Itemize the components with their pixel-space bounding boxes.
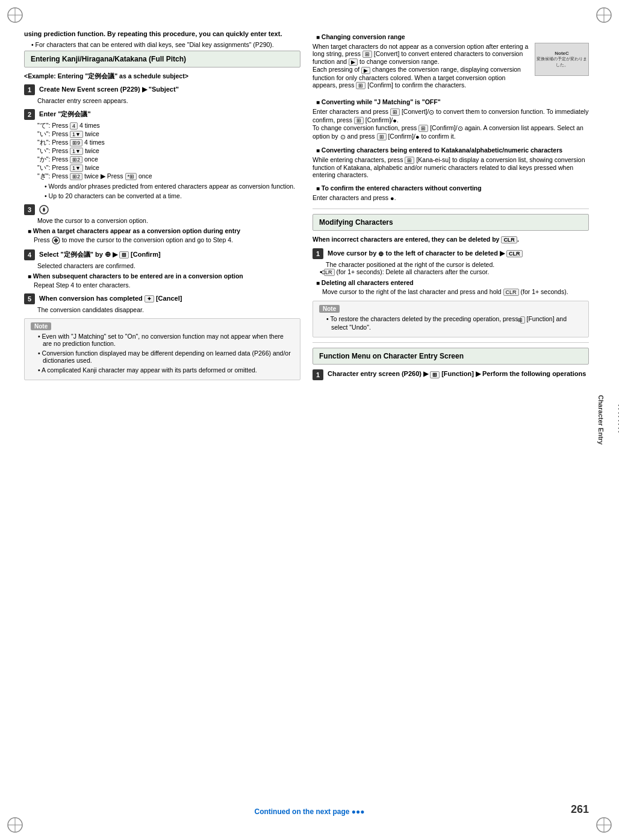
- intro-bold-text: using prediction function. By repeating …: [24, 30, 300, 37]
- left-note-2: • Conversion function displayed may be d…: [38, 349, 294, 364]
- step-4: 4 Select "定例会議" by ⊕ ▶ ⊞ [Confirm] Selec…: [24, 249, 300, 289]
- step-2-bullets: • Words and/or phrases predicted from en…: [37, 183, 300, 199]
- continued-text: Continued on the next page ●●●: [254, 807, 364, 816]
- sidebar-char-entry-label: Character Entry: [597, 395, 605, 445]
- entry-i3: "い": Press 1▼ twice: [37, 164, 300, 172]
- step2-bullet1: • Words and/or phrases predicted from en…: [45, 183, 300, 190]
- katakana-heading: Converting characters being entered to K…: [316, 146, 589, 154]
- modifying-title: Modifying Characters: [319, 218, 393, 227]
- left-column: using prediction function. By repeating …: [24, 30, 300, 385]
- confirm-body: Enter characters and press ●.: [313, 194, 589, 202]
- function-menu-section-box: Function Menu on Character Entry Screen: [313, 348, 589, 365]
- changing-conversion-block: Changing conversion range NoteC 変換候補の予定が…: [313, 33, 589, 89]
- step-1-body: Character entry screen appears.: [37, 97, 300, 104]
- step-5-num: 5: [24, 293, 35, 304]
- modifying-section-box: Modifying Characters: [313, 214, 589, 231]
- phone-screenshot: NoteC 変換候補の予定が変わりました。: [535, 43, 589, 76]
- sidebar-xxxx-label: XXXX: [617, 405, 619, 436]
- left-note-label: Note: [31, 322, 51, 330]
- step-3-sub-body: Press to move the cursor to the conversi…: [34, 236, 300, 245]
- entry-i2: "い": Press 1▼ twice: [37, 147, 300, 155]
- left-bullet-1: • For characters that can be entered wit…: [31, 41, 300, 48]
- j-matching-heading: Converting while "J Matching" is "OFF": [316, 98, 589, 105]
- deleting-all-heading: Deleting all characters entered: [316, 279, 589, 286]
- divider-2: [313, 342, 589, 343]
- entry-te: "て": Press 4 4 times: [37, 122, 300, 130]
- changing-conversion-body: NoteC 変換候補の予定が変わりました。 When target charac…: [313, 43, 589, 89]
- left-note-box: Note • Even with "J Matching" set to "On…: [24, 318, 300, 380]
- step-2-entries: "て": Press 4 4 times "い": Press 1▼ twice…: [37, 122, 300, 181]
- function-menu-step-1-num: 1: [313, 369, 323, 380]
- step-3-num: 3: [24, 204, 35, 215]
- modifying-step-1-num: 1: [313, 248, 323, 259]
- svg-marker-14: [54, 238, 58, 243]
- corner-mark-br: [595, 816, 613, 834]
- corner-mark-bl: [6, 816, 24, 834]
- deleting-all-body: Move cursor to the right of the last cha…: [322, 288, 589, 296]
- modifying-step-1-bullet: • CLR (for 1+ seconds): Delete all chara…: [320, 268, 589, 276]
- step-3-body: Move the cursor to a conversion option.: [37, 217, 300, 224]
- confirm-heading: To confirm the entered characters withou…: [316, 184, 589, 192]
- step-2: 2 Enter "定例会議" "て": Press 4 4 times "い":…: [24, 109, 300, 199]
- two-column-layout: using prediction function. By repeating …: [24, 30, 589, 385]
- step-4-body: Selected characters are confirmed.: [37, 262, 300, 269]
- content-area: using prediction function. By repeating …: [24, 30, 589, 792]
- j-matching-body: Enter characters and press ⊞ [Convert]/⊙…: [313, 108, 589, 140]
- entering-kanji-title: Entering Kanji/Hiragana/Katakana (Full P…: [31, 55, 186, 63]
- step-1-num: 1: [24, 84, 35, 95]
- corner-mark-tl: [6, 6, 24, 24]
- left-note-3: • A complicated Kanji character may appe…: [38, 366, 294, 374]
- function-menu-step-1-title: Character entry screen (P260) ▶ ⊞ [Funct…: [328, 370, 586, 377]
- entering-kanji-section-box: Entering Kanji/Hiragana/Katakana (Full P…: [24, 51, 300, 67]
- function-menu-title: Function Menu on Character Entry Screen: [319, 352, 464, 360]
- katakana-body: While entering characters, press ⊞ [Kana…: [313, 156, 589, 178]
- step-3: 3 Move the cursor to a conversion option…: [24, 204, 300, 245]
- confirm-without-converting-block: To confirm the entered characters withou…: [313, 184, 589, 202]
- step-5-body: The conversion candidates disappear.: [37, 306, 300, 313]
- corner-mark-tr: [595, 6, 613, 24]
- converting-j-matching-block: Converting while "J Matching" is "OFF" E…: [313, 98, 589, 140]
- step-5-title: When conversion has completed ✦ [Cancel]: [39, 295, 182, 302]
- page-number: 261: [571, 803, 589, 816]
- modifying-note-item: • To restore the characters deleted by t…: [326, 315, 582, 330]
- converting-katakana-block: Converting characters being entered to K…: [313, 146, 589, 178]
- step-2-num: 2: [24, 109, 35, 120]
- right-column: Changing conversion range NoteC 変換候補の予定が…: [313, 30, 589, 385]
- entry-re: "れ": Press ⊞9 4 times: [37, 139, 300, 147]
- modifying-step-1: 1 Move cursor by ⊕ to the left of charac…: [313, 248, 589, 296]
- divider: [313, 208, 589, 209]
- step-5: 5 When conversion has completed ✦ [Cance…: [24, 293, 300, 313]
- step-1-title: Create New Event screen (P229) ▶ "Subjec…: [39, 86, 179, 93]
- modifying-intro: When incorrect characters are entered, t…: [313, 236, 589, 243]
- left-note-1: • Even with "J Matching" set to "On", no…: [38, 333, 294, 347]
- modifying-step-1-body: The character positioned at the right of…: [326, 261, 589, 268]
- entry-ka: "か": Press ⊞2 once: [37, 155, 300, 164]
- step-4-sub-body: Repeat Step 4 to enter characters.: [34, 281, 300, 289]
- step-4-num: 4: [24, 249, 35, 260]
- modifying-step-1-title: Move cursor by ⊕ to the left of characte…: [328, 249, 522, 257]
- modifying-note-label: Note: [319, 305, 340, 313]
- function-menu-step-1: 1 Character entry screen (P260) ▶ ⊞ [Fun…: [313, 369, 589, 380]
- step-4-sub-heading: When subsequent characters to be entered…: [28, 272, 300, 280]
- modifying-note-box: Note • To restore the characters deleted…: [313, 301, 589, 337]
- sidebar: Character Entry XXXX: [597, 108, 611, 732]
- example-heading: <Example: Entering "定例会議" as a schedule …: [24, 72, 300, 81]
- step2-bullet2: • Up to 20 characters can be converted a…: [45, 192, 300, 199]
- step-2-title: Enter "定例会議": [39, 110, 91, 118]
- step-3-sub-heading: When a target characters appear as a con…: [28, 227, 300, 234]
- entry-i1: "い": Press 1▼ twice: [37, 130, 300, 139]
- step-1: 1 Create New Event screen (P229) ▶ "Subj…: [24, 84, 300, 104]
- changing-conversion-heading: Changing conversion range: [316, 33, 589, 40]
- step-3-icon: [39, 205, 49, 213]
- entry-gi: "ぎ": Press ⊞2 twice ▶ Press *⊞ once: [37, 172, 300, 181]
- step-4-title: Select "定例会議" by ⊕ ▶ ⊞ [Confirm]: [39, 251, 161, 258]
